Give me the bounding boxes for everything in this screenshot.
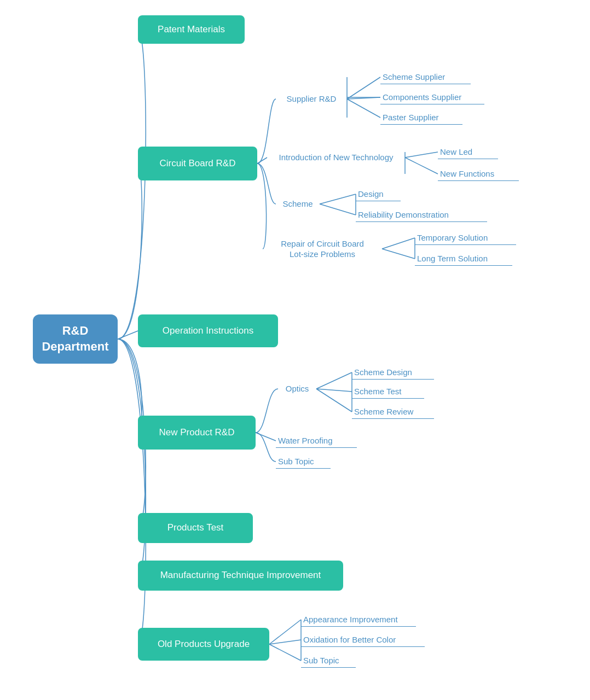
manufacturing-node: Manufacturing Technique Improvement (138, 561, 343, 591)
old-products-node: Old Products Upgrade (138, 628, 269, 661)
svg-line-16 (316, 389, 352, 412)
scheme-review-node: Scheme Review (352, 405, 434, 419)
reliability-node: Reliability Demonstration (356, 208, 487, 222)
circuit-node: Circuit Board R&D (138, 147, 257, 180)
temp-solution-node: Temporary Solution (415, 231, 516, 245)
svg-line-9 (320, 204, 356, 215)
svg-line-1 (347, 97, 380, 99)
scheme-supplier-node: Scheme Supplier (380, 70, 471, 84)
svg-line-18 (269, 620, 301, 644)
components-supplier-node: Components Supplier (380, 90, 484, 104)
scheme-test-node: Scheme Test (352, 384, 424, 399)
patent-node: Patent Materials (138, 15, 245, 44)
svg-line-8 (320, 194, 356, 204)
optics-mid: Optics (278, 382, 316, 396)
design-node: Design (356, 187, 401, 201)
svg-line-19 (269, 640, 301, 644)
supplier-mid: Supplier R&D (276, 92, 347, 106)
products-test-node: Products Test (138, 513, 253, 543)
svg-line-2 (347, 99, 380, 118)
new-tech-mid: Introduction of New Technology (267, 150, 405, 165)
svg-line-15 (316, 389, 352, 392)
oxidation-node: Oxidation for Better Color (301, 633, 425, 647)
subtopic1-node: Sub Topic (276, 454, 331, 469)
operation-node: Operation Instructions (138, 314, 278, 347)
svg-line-14 (316, 372, 352, 389)
center-node: R&D Department (33, 314, 118, 364)
scheme-design-node: Scheme Design (352, 365, 434, 380)
long-solution-node: Long Term Solution (415, 252, 512, 266)
new-functions-node: New Functions (438, 167, 519, 181)
new-led-node: New Led (438, 145, 498, 159)
svg-line-6 (405, 158, 438, 174)
newprod-node: New Product R&D (138, 416, 256, 450)
svg-line-11 (382, 238, 415, 249)
svg-line-12 (382, 249, 415, 259)
subtopic2-node: Sub Topic (301, 654, 356, 668)
appearance-node: Appearance Improvement (301, 612, 416, 627)
scheme-mid: Scheme (276, 197, 320, 211)
svg-line-0 (347, 77, 380, 99)
svg-line-5 (405, 152, 438, 158)
paster-supplier-node: Paster Supplier (380, 110, 462, 125)
repair-mid: Repair of Circuit BoardLot-size Problems (263, 236, 382, 261)
svg-line-20 (269, 644, 301, 661)
waterproof-node: Water Proofing (276, 434, 357, 448)
